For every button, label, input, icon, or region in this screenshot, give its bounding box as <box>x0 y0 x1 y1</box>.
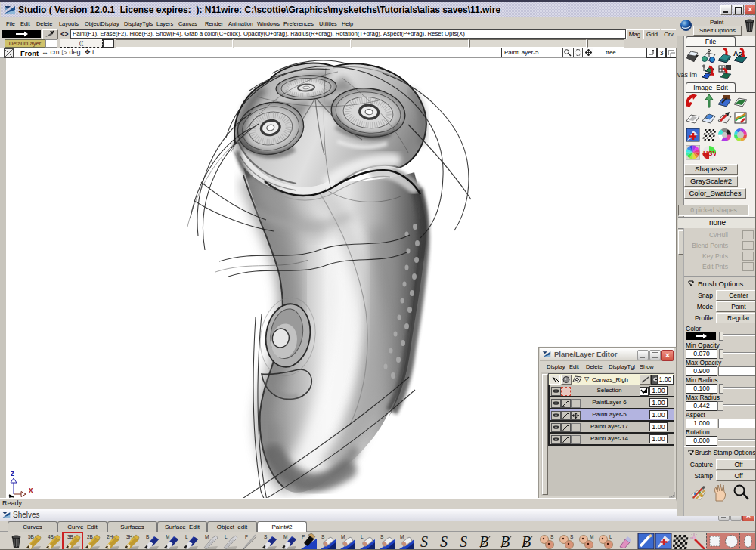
svg-text:B: B <box>522 533 531 550</box>
svg-text:B: B <box>146 534 149 539</box>
svg-text:5B: 5B <box>28 534 34 539</box>
svg-text:B: B <box>479 533 488 550</box>
svg-text:M: M <box>341 534 345 539</box>
svg-text:S: S <box>550 534 554 539</box>
svg-text:M: M <box>284 534 287 539</box>
svg-text:z: z <box>11 469 14 477</box>
svg-text:L: L <box>361 534 364 539</box>
svg-text:2H: 2H <box>107 534 113 539</box>
svg-text:M: M <box>400 534 404 539</box>
svg-text:S: S <box>440 533 448 550</box>
svg-text:L: L <box>609 534 612 539</box>
svg-text:F: F <box>245 534 248 539</box>
svg-text:x: x <box>29 486 33 494</box>
svg-text:M: M <box>590 534 593 539</box>
svg-text:S: S <box>321 534 325 539</box>
svg-text:S: S <box>570 534 574 539</box>
svg-text:L: L <box>185 534 188 539</box>
svg-text:M: M <box>166 534 169 539</box>
svg-text:S: S <box>264 534 268 539</box>
svg-text:B: B <box>500 533 510 550</box>
svg-text:3H: 3H <box>126 534 133 539</box>
svg-text:P: P <box>302 534 305 539</box>
svg-text:S: S <box>460 533 467 550</box>
svg-text:HSV: HSV <box>703 150 716 157</box>
svg-text:As: As <box>733 50 742 57</box>
svg-text:M: M <box>205 534 209 539</box>
svg-text:S: S <box>380 534 384 539</box>
svg-text:4B: 4B <box>48 534 54 539</box>
svg-text:2B: 2B <box>87 534 93 539</box>
svg-text:L: L <box>225 534 228 539</box>
svg-text:S: S <box>420 533 428 550</box>
